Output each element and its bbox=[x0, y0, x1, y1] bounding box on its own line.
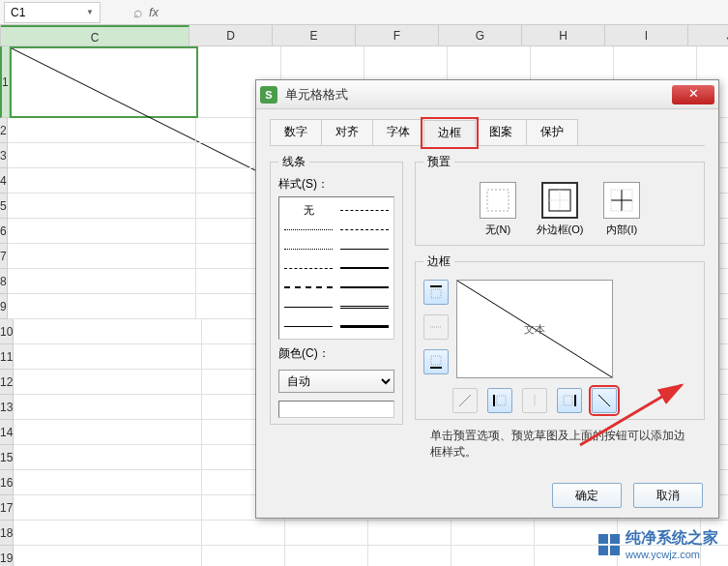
line-style-option[interactable] bbox=[339, 317, 390, 335]
row-header[interactable]: 11 bbox=[0, 344, 14, 370]
border-middle-v-button[interactable] bbox=[522, 388, 547, 413]
cell[interactable] bbox=[8, 219, 196, 244]
color-select[interactable]: 自动 bbox=[278, 370, 394, 393]
tab-font[interactable]: 字体 bbox=[372, 119, 424, 145]
column-header[interactable]: G bbox=[439, 25, 522, 45]
cell[interactable] bbox=[285, 521, 368, 546]
cell[interactable] bbox=[368, 521, 451, 546]
row-header[interactable]: 4 bbox=[0, 168, 8, 194]
border-middle-h-button[interactable] bbox=[423, 314, 449, 340]
close-button[interactable]: ✕ bbox=[672, 85, 714, 104]
border-right-button[interactable] bbox=[557, 388, 582, 413]
cell[interactable] bbox=[14, 344, 202, 370]
svg-rect-19 bbox=[564, 396, 572, 405]
line-style-option[interactable] bbox=[283, 298, 334, 315]
cell[interactable] bbox=[14, 370, 202, 395]
row-header[interactable]: 7 bbox=[0, 244, 8, 269]
column-header[interactable]: E bbox=[273, 25, 356, 45]
tab-pattern[interactable]: 图案 bbox=[475, 119, 527, 145]
border-diag-up-button[interactable] bbox=[452, 388, 478, 413]
cell[interactable] bbox=[8, 143, 196, 168]
ok-button[interactable]: 确定 bbox=[552, 483, 622, 508]
search-icon[interactable]: ⌕ bbox=[133, 4, 143, 21]
cell[interactable] bbox=[451, 546, 535, 566]
border-diag-down-button[interactable] bbox=[592, 388, 617, 413]
cell[interactable] bbox=[285, 546, 368, 566]
border-bottom-button[interactable] bbox=[423, 349, 449, 374]
row-header[interactable]: 2 bbox=[0, 118, 8, 143]
column-header[interactable]: J bbox=[688, 25, 728, 45]
tab-alignment[interactable]: 对齐 bbox=[321, 119, 373, 145]
row-header[interactable]: 9 bbox=[0, 294, 8, 319]
preset-inner-button[interactable]: 内部(I) bbox=[597, 182, 646, 237]
column-header[interactable]: C bbox=[1, 25, 189, 45]
line-style-option[interactable] bbox=[339, 201, 390, 219]
cell[interactable] bbox=[451, 521, 535, 546]
line-style-selector[interactable]: 无 bbox=[278, 196, 394, 340]
cell[interactable] bbox=[368, 546, 451, 566]
line-style-option[interactable] bbox=[283, 279, 334, 296]
column-header[interactable]: D bbox=[189, 25, 273, 45]
cell[interactable] bbox=[14, 470, 202, 495]
cell[interactable] bbox=[202, 546, 285, 566]
row-header[interactable]: 14 bbox=[0, 420, 14, 445]
border-preview[interactable]: 文本 bbox=[456, 280, 613, 378]
tab-protection[interactable]: 保护 bbox=[526, 119, 578, 145]
column-header[interactable]: H bbox=[522, 25, 605, 45]
fx-icon[interactable]: fx bbox=[149, 5, 159, 19]
row-header[interactable]: 16 bbox=[0, 470, 14, 495]
line-style-option[interactable] bbox=[283, 221, 334, 238]
preset-outer-button[interactable]: 外边框(O) bbox=[536, 182, 584, 237]
line-style-option[interactable] bbox=[339, 240, 390, 257]
cell[interactable] bbox=[14, 445, 202, 470]
cell[interactable] bbox=[8, 168, 196, 194]
line-style-option[interactable] bbox=[283, 317, 334, 335]
row-header[interactable]: 17 bbox=[0, 495, 14, 521]
row-header[interactable]: 6 bbox=[0, 219, 8, 244]
name-box-dropdown-icon[interactable]: ▼ bbox=[86, 8, 94, 16]
border-mid-v-icon bbox=[527, 393, 542, 408]
line-style-option[interactable] bbox=[339, 221, 390, 238]
row-header[interactable]: 13 bbox=[0, 395, 14, 420]
dialog-titlebar[interactable]: S 单元格格式 ✕ bbox=[256, 80, 718, 109]
column-header[interactable]: F bbox=[356, 25, 439, 45]
row-header[interactable]: 1 bbox=[0, 46, 10, 118]
cell[interactable] bbox=[8, 118, 196, 143]
cell[interactable] bbox=[8, 269, 196, 294]
row-header[interactable]: 8 bbox=[0, 269, 8, 294]
tab-border[interactable]: 边框 bbox=[423, 120, 476, 146]
line-style-option[interactable] bbox=[283, 240, 334, 257]
row-header[interactable]: 15 bbox=[0, 445, 14, 470]
cell[interactable] bbox=[8, 294, 196, 319]
column-header[interactable]: I bbox=[605, 25, 688, 45]
cell[interactable] bbox=[202, 521, 285, 546]
border-left-button[interactable] bbox=[487, 388, 512, 413]
row-header[interactable]: 12 bbox=[0, 370, 14, 395]
line-fieldset: 线条 样式(S)： 无 颜 bbox=[270, 154, 403, 425]
cell[interactable] bbox=[8, 194, 196, 219]
line-style-none[interactable]: 无 bbox=[283, 201, 334, 219]
line-style-option[interactable] bbox=[339, 279, 390, 296]
selected-cell[interactable] bbox=[10, 46, 198, 118]
border-top-button[interactable] bbox=[423, 280, 449, 305]
row-header[interactable]: 18 bbox=[0, 521, 14, 546]
preset-none-button[interactable]: 无(N) bbox=[474, 182, 522, 237]
cell[interactable] bbox=[14, 495, 202, 521]
cell[interactable] bbox=[14, 521, 202, 546]
svg-rect-12 bbox=[431, 356, 441, 365]
row-header[interactable]: 5 bbox=[0, 194, 8, 219]
cell[interactable] bbox=[8, 244, 196, 269]
row-header[interactable]: 3 bbox=[0, 143, 8, 168]
cell[interactable] bbox=[14, 319, 202, 344]
name-box[interactable]: C1 ▼ bbox=[4, 2, 101, 23]
line-style-option[interactable] bbox=[283, 259, 334, 277]
line-style-option[interactable] bbox=[339, 298, 390, 315]
line-style-option[interactable] bbox=[339, 259, 390, 277]
cell[interactable] bbox=[14, 420, 202, 445]
row-header[interactable]: 19 bbox=[0, 546, 14, 566]
tab-number[interactable]: 数字 bbox=[270, 119, 322, 145]
cell[interactable] bbox=[14, 395, 202, 420]
row-header[interactable]: 10 bbox=[0, 319, 14, 344]
cancel-button[interactable]: 取消 bbox=[633, 483, 703, 508]
cell[interactable] bbox=[14, 546, 202, 566]
